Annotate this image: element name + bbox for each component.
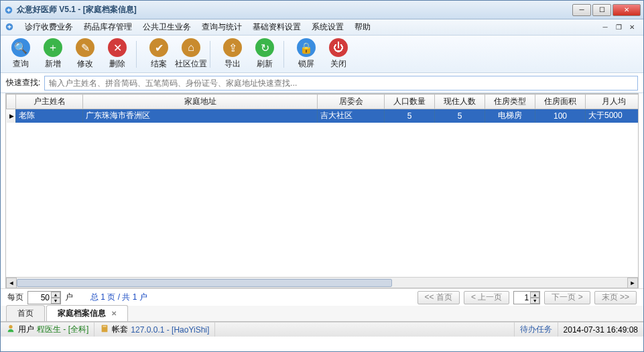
page-up[interactable]: ▲: [530, 292, 539, 298]
user-value: 程医生 - [全科]: [37, 324, 88, 335]
minimize-button[interactable]: ─: [572, 4, 591, 16]
per-page-unit: 户: [65, 292, 73, 303]
column-header[interactable]: 月人均: [586, 95, 639, 109]
window-title: 众意好医师 V5.1 - [家庭档案信息]: [17, 4, 572, 15]
maximize-button[interactable]: ☐: [592, 4, 611, 16]
toolbar-edit-button[interactable]: ✎修改: [69, 38, 101, 71]
prev-page-button[interactable]: < 上一页: [464, 291, 509, 304]
cell: 广东珠海市香洲区: [83, 109, 318, 123]
edit-icon: ✎: [76, 38, 94, 57]
cell: 5: [435, 109, 485, 123]
close-window-button[interactable]: ✕: [613, 4, 641, 16]
pager: 每页 ▲ ▼ 户 总 1 页 / 共 1 户 << 首页 < 上一页 ▲ ▼ 下…: [1, 288, 643, 306]
close-case-icon: ✔: [149, 38, 168, 57]
column-header[interactable]: 住房类型: [485, 95, 535, 109]
cell: 5: [385, 109, 435, 123]
menu-item[interactable]: 药品库存管理: [78, 20, 137, 34]
menu-item[interactable]: 诊疗收费业务: [19, 20, 78, 34]
status-datetime: 2014-07-31 16:49:08: [558, 322, 643, 337]
per-page-down[interactable]: ▼: [51, 298, 60, 304]
column-header[interactable]: 人口数量: [385, 95, 435, 109]
status-acct-cell: 帐套 127.0.0.1 - [HaoYiShi]: [94, 322, 215, 337]
export-icon: ⇪: [223, 38, 242, 57]
menu-item[interactable]: 系统设置: [306, 20, 349, 34]
tab-bar: 首页家庭档案信息✕: [1, 306, 643, 322]
svg-rect-3: [102, 325, 108, 333]
cell: 老陈: [16, 109, 83, 123]
data-grid: 户主姓名家庭地址居委会人口数量现住人数住房类型住房面积月人均▶老陈广东珠海市香洲…: [5, 93, 639, 288]
mdi-buttons: ─ ❐ ✕: [600, 23, 639, 32]
per-page-up[interactable]: ▲: [51, 292, 60, 298]
acct-label: 帐套: [112, 324, 128, 335]
scroll-left-button[interactable]: ◄: [6, 278, 17, 288]
menu-item[interactable]: 查询与统计: [196, 20, 247, 34]
status-task-cell[interactable]: 待办任务: [515, 322, 558, 337]
user-label: 用户: [18, 324, 34, 335]
mdi-minimize-button[interactable]: ─: [600, 23, 610, 32]
per-page-label: 每页: [7, 292, 23, 303]
toolbar-lock-button[interactable]: 🔒锁屏: [290, 38, 322, 71]
quick-search-bar: 快速查找:: [1, 73, 643, 93]
pending-task-link[interactable]: 待办任务: [520, 324, 552, 335]
toolbar: 🔍查询＋新增✎修改✕删除✔结案⌂社区位置⇪导出↻刷新🔒锁屏⏻关闭: [1, 36, 643, 73]
scroll-thumb[interactable]: [17, 279, 392, 287]
cell: 大于5000: [586, 109, 639, 123]
page-down[interactable]: ▼: [530, 298, 539, 304]
toolbar-delete-button[interactable]: ✕删除: [101, 38, 133, 71]
toolbar-add-button[interactable]: ＋新增: [37, 38, 69, 71]
window-buttons: ─ ☐ ✕: [572, 4, 641, 16]
status-user-cell: 用户 程医生 - [全科]: [1, 322, 94, 337]
svg-point-2: [9, 325, 12, 329]
cell: 100: [535, 109, 586, 123]
tab[interactable]: 家庭档案信息✕: [46, 305, 128, 321]
toolbar-close-button[interactable]: ⏻关闭: [322, 38, 355, 71]
tab[interactable]: 首页: [6, 305, 45, 321]
user-icon: [6, 324, 15, 335]
toolbar-label: 关闭: [330, 58, 346, 70]
toolbar-export-button[interactable]: ⇪导出: [216, 38, 249, 71]
column-header[interactable]: 户主姓名: [16, 95, 83, 109]
toolbar-label: 修改: [77, 58, 93, 70]
toolbar-search-button[interactable]: 🔍查询: [5, 38, 37, 71]
next-page-button[interactable]: 下一页 >: [544, 291, 590, 304]
column-header[interactable]: 居委会: [318, 95, 385, 109]
toolbar-label: 刷新: [257, 58, 273, 70]
menu-item[interactable]: 帮助: [349, 20, 376, 34]
column-header[interactable]: 家庭地址: [83, 95, 318, 109]
cell: 电梯房: [485, 109, 535, 123]
page-spinbox: ▲ ▼: [513, 291, 540, 304]
quick-search-input[interactable]: [44, 76, 638, 91]
column-header[interactable]: 现住人数: [435, 95, 485, 109]
toolbar-label: 锁屏: [298, 58, 314, 70]
table-row[interactable]: ▶老陈广东珠海市香洲区吉大社区55电梯房100大于5000: [7, 109, 639, 123]
mdi-restore-button[interactable]: ❐: [614, 23, 623, 32]
toolbar-location-button[interactable]: ⌂社区位置: [175, 38, 207, 71]
menu-item[interactable]: 基础资料设置: [247, 20, 306, 34]
toolbar-label: 查询: [13, 58, 29, 70]
toolbar-label: 删除: [109, 58, 125, 70]
close-icon: ⏻: [329, 38, 348, 57]
tab-close-icon[interactable]: ✕: [111, 310, 117, 317]
toolbar-close-case-button[interactable]: ✔结案: [143, 38, 175, 71]
mdi-close-button[interactable]: ✕: [627, 23, 637, 32]
add-icon: ＋: [44, 38, 62, 57]
pager-summary: 总 1 页 / 共 1 户: [90, 292, 147, 303]
acct-value: 127.0.0.1 - [HaoYiShi]: [131, 325, 209, 335]
cell: 吉大社区: [318, 109, 385, 123]
per-page-spinbox: ▲ ▼: [27, 291, 61, 304]
horizontal-scrollbar[interactable]: ◄ ►: [6, 277, 638, 288]
toolbar-label: 新增: [45, 58, 61, 70]
menubar: 诊疗收费业务 药品库存管理 公共卫生业务 查询与统计 基础资料设置 系统设置 帮…: [1, 19, 643, 36]
app-icon: [3, 5, 14, 15]
menu-item[interactable]: 公共卫生业务: [137, 20, 196, 34]
refresh-icon: ↻: [255, 38, 274, 57]
toolbar-label: 社区位置: [175, 58, 207, 70]
first-page-button[interactable]: << 首页: [417, 291, 460, 304]
scroll-right-button[interactable]: ►: [627, 278, 638, 288]
tab-label: 家庭档案信息: [58, 308, 106, 318]
last-page-button[interactable]: 末页 >>: [594, 291, 637, 304]
toolbar-refresh-button[interactable]: ↻刷新: [249, 38, 281, 71]
delete-icon: ✕: [108, 38, 127, 57]
lock-icon: 🔒: [297, 38, 316, 57]
column-header[interactable]: 住房面积: [535, 95, 586, 109]
